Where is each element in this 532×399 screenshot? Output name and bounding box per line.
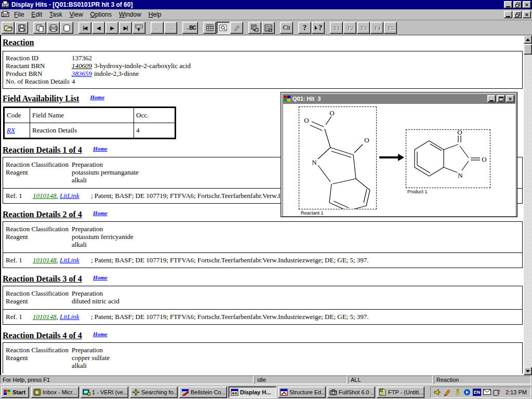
citation-link[interactable]: 1010148 bbox=[33, 256, 57, 264]
export-query-button[interactable] bbox=[248, 22, 261, 34]
scheduler-agent-icon[interactable] bbox=[453, 388, 461, 396]
hit-minimize-icon bbox=[489, 100, 494, 101]
reactant-structure-box[interactable]: O O O N Reactant 1 bbox=[299, 107, 377, 209]
restore-icon bbox=[515, 3, 520, 7]
copy-button[interactable] bbox=[33, 22, 46, 34]
tab-t4-button[interactable]: T4 bbox=[370, 22, 383, 34]
to-commander-icon: →BC bbox=[184, 25, 195, 31]
open-button[interactable] bbox=[2, 22, 15, 34]
table-view-button[interactable] bbox=[203, 22, 216, 34]
export-list-button[interactable] bbox=[262, 22, 275, 34]
tab-t3-button[interactable]: T3 bbox=[357, 22, 370, 34]
detail4-heading: Reaction Details 4 of 4 bbox=[3, 331, 82, 340]
rx-link[interactable]: RX bbox=[7, 126, 15, 134]
fal-home-link[interactable]: Home bbox=[90, 94, 105, 100]
menu-help[interactable]: Help bbox=[145, 10, 165, 19]
last-record-button[interactable]: ▶| bbox=[119, 22, 132, 34]
restore-button[interactable] bbox=[513, 1, 522, 8]
menu-view[interactable]: View bbox=[66, 10, 87, 19]
database-icon bbox=[63, 24, 70, 32]
cell-field-name: Reaction Details bbox=[30, 123, 134, 139]
display-view-button[interactable] bbox=[217, 22, 230, 34]
menu-options[interactable]: Options bbox=[87, 10, 115, 19]
tab-t1-button[interactable]: T1 bbox=[330, 22, 343, 34]
reactant-label: Reactant 1 bbox=[301, 210, 324, 216]
context-help-button[interactable]: ? bbox=[312, 22, 325, 34]
forward-button[interactable]: → bbox=[164, 22, 177, 34]
title-bar: Display Hits - [Q01:BS0101PR hit 3 of 60… bbox=[0, 0, 532, 9]
graphics-tool-icon[interactable] bbox=[443, 388, 451, 396]
detail-count-value: 4 bbox=[72, 77, 75, 85]
reaction-id-row: Reaction ID 137362 bbox=[3, 54, 522, 62]
volume-icon[interactable] bbox=[433, 388, 442, 396]
start-button[interactable]: Start bbox=[1, 387, 29, 398]
hit-minimize-button[interactable] bbox=[487, 95, 496, 102]
citation-link[interactable]: 1010148 bbox=[33, 313, 57, 321]
language-indicator[interactable]: EN bbox=[473, 389, 481, 396]
database-button[interactable] bbox=[60, 22, 73, 34]
detail4-home-link[interactable]: Home bbox=[93, 331, 108, 337]
product-structure: O O N bbox=[406, 130, 490, 188]
help-button[interactable]: ? bbox=[298, 22, 311, 34]
to-commander-button[interactable]: →BC bbox=[182, 22, 198, 34]
detail2-home-link[interactable]: Home bbox=[93, 210, 108, 216]
minimize-button[interactable] bbox=[504, 1, 512, 8]
tab-t5-button[interactable]: T5 bbox=[384, 22, 397, 34]
product-label: Product 1 bbox=[407, 189, 428, 194]
reactant-brn-link[interactable]: 140609 bbox=[72, 62, 92, 70]
tab-t2-button[interactable]: T2 bbox=[343, 22, 356, 34]
citation-link[interactable]: 1010148 bbox=[33, 192, 57, 200]
brush-button[interactable] bbox=[230, 22, 243, 34]
goto-record-button[interactable] bbox=[132, 22, 145, 34]
veri-icon bbox=[83, 389, 90, 396]
task-display-hits[interactable]: Display H... bbox=[229, 387, 276, 398]
save-button[interactable] bbox=[15, 22, 28, 34]
litlink-link[interactable]: LitLink bbox=[60, 313, 79, 321]
mdi-restore-button[interactable] bbox=[513, 11, 522, 18]
menu-edit[interactable]: Edit bbox=[28, 10, 46, 19]
mdi-close-button[interactable]: × bbox=[523, 11, 531, 18]
task-fullshot[interactable]: FullShot 6.0 ... bbox=[327, 387, 375, 398]
mdi-minimize-button[interactable] bbox=[504, 11, 512, 18]
task-inbox[interactable]: Inbox - Micr... bbox=[31, 387, 79, 398]
task-structure-editor[interactable]: Structure Ed... bbox=[278, 387, 326, 398]
hit-window-title-bar[interactable]: Q01: Hit 3 × bbox=[283, 94, 515, 103]
ftp-icon bbox=[379, 389, 387, 396]
hit-close-button[interactable]: × bbox=[506, 95, 514, 102]
product-structure-box[interactable]: O O N Product 1 bbox=[406, 129, 490, 188]
prev-record-button[interactable]: ◀ bbox=[92, 22, 105, 34]
product-brn-link[interactable]: 383659 bbox=[72, 70, 92, 77]
context-help-icon: ? bbox=[318, 24, 322, 32]
menu-window[interactable]: Window bbox=[115, 10, 145, 19]
taskbar: Start Inbox - Micr... 1 - VERI (ve... bbox=[0, 384, 532, 399]
close-button[interactable]: × bbox=[523, 1, 531, 8]
next-record-button[interactable]: ▶ bbox=[105, 22, 118, 34]
task-veri[interactable]: 1 - VERI (ve... bbox=[81, 387, 128, 398]
detail2-box: Reaction ClassificationPreparation Reage… bbox=[3, 221, 523, 268]
menu-task[interactable]: Task bbox=[46, 10, 66, 19]
detail1-home-link[interactable]: Home bbox=[93, 145, 108, 152]
reaction-info-box: Reaction ID 137362 Reactant BRN 140609 3… bbox=[3, 51, 523, 89]
media-player-icon[interactable] bbox=[463, 388, 471, 396]
print-button[interactable] bbox=[47, 22, 60, 34]
scrollbar-thumb[interactable] bbox=[524, 44, 532, 55]
hit-maximize-button[interactable] bbox=[497, 95, 505, 102]
task-beilstein-commander[interactable]: Beilstein Co... bbox=[179, 387, 227, 398]
menu-file[interactable]: File bbox=[10, 10, 28, 19]
task-ftp[interactable]: FTP - (Untitl... bbox=[377, 387, 424, 398]
mail-icon[interactable] bbox=[483, 388, 491, 396]
back-icon: ← bbox=[154, 24, 161, 32]
vertical-scrollbar[interactable] bbox=[524, 35, 532, 375]
task-searching[interactable]: Searching fo... bbox=[130, 387, 178, 398]
litlink-link[interactable]: LitLink bbox=[60, 256, 79, 264]
litlink-link[interactable]: LitLink bbox=[60, 192, 79, 200]
detail3-home-link[interactable]: Home bbox=[93, 274, 108, 281]
citation-button[interactable]: Cit bbox=[280, 22, 293, 34]
back-button[interactable]: ← bbox=[151, 22, 164, 34]
scroll-down-button[interactable] bbox=[524, 367, 532, 375]
app-icon bbox=[1, 1, 9, 9]
first-record-button[interactable]: |◀ bbox=[78, 22, 91, 34]
modem-icon[interactable] bbox=[493, 388, 501, 396]
scroll-up-button[interactable] bbox=[524, 35, 532, 44]
document-area: Reaction Reaction ID 137362 Reactant BRN… bbox=[0, 35, 532, 375]
